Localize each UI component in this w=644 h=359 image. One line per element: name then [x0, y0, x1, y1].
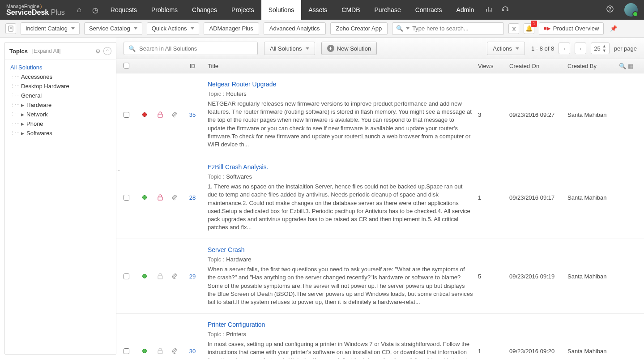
home-icon[interactable]: ⌂ — [71, 6, 87, 14]
topic-value: Softwares — [226, 173, 252, 180]
next-page-button[interactable]: › — [575, 43, 586, 54]
col-views[interactable]: Views — [478, 63, 509, 69]
recent-items-icon[interactable]: ⧖ — [508, 23, 519, 34]
service-catalog-dropdown[interactable]: Service Catalog — [84, 22, 142, 35]
video-icon: ■▶ — [544, 26, 550, 31]
nav-tab-solutions[interactable]: Solutions — [261, 0, 302, 20]
column-settings-icon[interactable]: ▦ — [628, 63, 633, 69]
solutions-search[interactable]: 🔍 — [124, 42, 258, 55]
user-avatar[interactable] — [624, 3, 638, 17]
row-created: 09/23/2016 09:17 — [509, 163, 567, 231]
expand-arrow-icon: ▶ — [21, 112, 26, 117]
headset-icon[interactable] — [497, 5, 513, 14]
tree-line-icon: ⋮⋯ — [10, 121, 19, 127]
pin-icon[interactable]: 📌 — [608, 23, 619, 34]
row-title-link[interactable]: Server Crash — [208, 246, 473, 253]
incident-catalog-dropdown[interactable]: Incident Catalog — [21, 22, 80, 35]
row-description: NETGEAR regularly releases new firmware … — [208, 100, 473, 149]
topic-label: All Solutions — [10, 64, 43, 71]
collapse-up-icon[interactable]: ⌃ — [103, 47, 111, 55]
gear-icon[interactable]: ⚙ — [95, 48, 101, 55]
row-id[interactable]: 35 — [182, 81, 203, 149]
solutions-search-input[interactable] — [139, 45, 253, 52]
topic-softwares[interactable]: ⋮⋯▶Softwares — [7, 128, 114, 138]
new-solution-button[interactable]: +New Solution — [321, 42, 377, 55]
row-title-link[interactable]: Netgear Router Upgrade — [208, 81, 473, 88]
actions-dropdown[interactable]: Actions — [487, 42, 525, 55]
product-overview-label: Product Overview — [553, 25, 599, 32]
col-title[interactable]: Title — [203, 63, 478, 69]
search-icon: 🔍 — [128, 45, 136, 52]
nav-tab-projects[interactable]: Projects — [224, 0, 261, 20]
select-all-checkbox[interactable] — [124, 63, 129, 68]
topic-value: Hardware — [226, 256, 251, 263]
col-created[interactable]: Created On — [509, 63, 567, 69]
row-id[interactable]: 28 — [182, 163, 203, 231]
topic-desktop-hardware[interactable]: ⋮⋯Desktop Hardware — [7, 81, 114, 91]
dashboard-icon[interactable]: ◷ — [87, 6, 103, 14]
col-by[interactable]: Created By — [567, 63, 619, 69]
perpage-select[interactable]: 25▲▼ — [591, 43, 609, 54]
row-title-link[interactable]: Printer Configuration — [208, 321, 473, 328]
nav-tab-problems[interactable]: Problems — [144, 0, 185, 20]
row-topic: Topic : Printers — [208, 331, 473, 338]
attachment-icon — [167, 163, 182, 231]
topic-accessories[interactable]: ⋮⋯Accessories — [7, 72, 114, 81]
admanager-button[interactable]: ADManager Plus — [204, 22, 259, 35]
logo-line2b: Plus — [49, 9, 65, 16]
row-id[interactable]: 30 — [182, 321, 203, 359]
filter-dropdown[interactable]: All Solutions — [264, 42, 315, 55]
topic-general[interactable]: ⋮⋯General — [7, 91, 114, 100]
row-checkbox[interactable] — [124, 348, 129, 354]
topic-all-solutions[interactable]: All Solutions — [7, 63, 114, 72]
global-search-input[interactable] — [412, 25, 500, 32]
zoho-creator-button[interactable]: Zoho Creator App — [330, 22, 388, 35]
nav-tab-admin[interactable]: Admin — [449, 0, 482, 20]
updown-icon: ▲▼ — [602, 44, 606, 53]
column-search-icon[interactable]: 🔍 — [619, 63, 626, 69]
top-nav: ManageEngine) ServiceDesk Plus ⌂ ◷ Reque… — [0, 0, 644, 20]
reports-icon[interactable] — [481, 6, 497, 14]
row-title-link[interactable]: EzBill Crash Analysis. — [208, 163, 473, 171]
row-id[interactable]: 29 — [182, 246, 203, 306]
topic-hardware[interactable]: ⋮⋯▶Hardware — [7, 100, 114, 110]
content-toolbar: 🔍 All Solutions +New Solution Actions 1 … — [116, 38, 644, 59]
topic-network[interactable]: ⋮⋯▶Network — [7, 110, 114, 119]
row-checkbox[interactable] — [124, 112, 129, 118]
nav-tab-purchase[interactable]: Purchase — [367, 0, 408, 20]
paginator: 1 - 8 of 8 ‹ › 25▲▼ per page — [531, 43, 637, 54]
row-checkbox[interactable] — [124, 195, 129, 201]
expand-all-link[interactable]: [Expand All] — [32, 48, 60, 54]
row-views: 1 — [478, 163, 509, 231]
row-views: 3 — [478, 81, 509, 149]
advanced-analytics-button[interactable]: Advanced Analytics — [264, 22, 326, 35]
status-dot-icon — [142, 349, 147, 353]
tree-line-icon: ⋮⋯ — [10, 93, 19, 98]
nav-tab-requests[interactable]: Requests — [103, 0, 144, 20]
caret-down-icon — [306, 47, 309, 50]
topic-phone[interactable]: ⋮⋯▶Phone — [7, 119, 114, 128]
quick-actions-dropdown[interactable]: Quick Actions — [147, 22, 199, 35]
incident-catalog-label: Incident Catalog — [26, 25, 68, 32]
caret-down-icon — [191, 27, 194, 30]
tree-line-icon: ⋮⋯ — [10, 130, 19, 136]
nav-tab-contracts[interactable]: Contracts — [408, 0, 449, 20]
row-created-by: Santa Mahiban — [567, 163, 619, 231]
row-checkbox[interactable] — [124, 274, 129, 279]
col-id[interactable]: ID — [182, 63, 203, 69]
topic-label: Softwares — [26, 130, 52, 137]
perpage-value: 25 — [594, 45, 600, 52]
status-dot-icon — [142, 195, 147, 200]
new-request-icon[interactable] — [5, 23, 16, 34]
attachment-icon — [167, 81, 182, 149]
nav-tab-changes[interactable]: Changes — [185, 0, 224, 20]
nav-tab-assets[interactable]: Assets — [301, 0, 334, 20]
product-overview-button[interactable]: ■▶ Product Overview — [539, 22, 604, 35]
expand-arrow-icon: ▶ — [21, 131, 26, 136]
tree-line-icon: ⋮⋯ — [10, 74, 19, 80]
global-search[interactable]: 🔍 — [392, 22, 504, 35]
prev-page-button[interactable]: ‹ — [559, 43, 570, 54]
nav-tab-cmdb[interactable]: CMDB — [334, 0, 367, 20]
row-created-by: Santa Mahiban — [567, 246, 619, 306]
help-icon[interactable]: ? — [602, 5, 618, 14]
